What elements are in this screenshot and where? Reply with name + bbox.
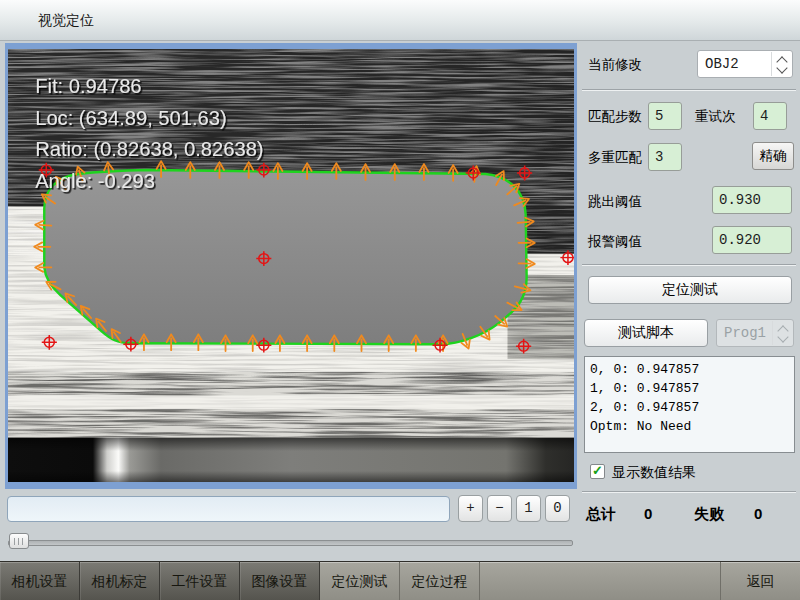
control-panel: 当前修改 OBJ2 匹配步数 重试次 多重匹配 精确 跳出阈值 报警阈值 定位测… xyxy=(580,40,800,561)
match-steps-input[interactable] xyxy=(648,102,682,130)
scale-zero-button[interactable]: 0 xyxy=(545,495,570,522)
tab-camera-settings[interactable]: 相机设置 xyxy=(0,562,80,600)
match-steps-label: 匹配步数 xyxy=(588,108,642,126)
results-box: 0, 0: 0.947857 1, 0: 0.947857 2, 0: 0.94… xyxy=(584,356,795,453)
precise-button[interactable]: 精确 xyxy=(752,142,794,170)
multi-match-label: 多重匹配 xyxy=(588,149,642,167)
divider xyxy=(582,89,796,91)
spinner-arrows-icon xyxy=(772,321,793,345)
image-scroll-handle[interactable] xyxy=(9,533,29,549)
window-title: 视觉定位 xyxy=(38,0,94,40)
bottom-tab-bar: 相机设置 相机标定 工件设置 图像设置 定位测试 定位过程 返回 xyxy=(0,561,800,600)
tab-image-settings[interactable]: 图像设置 xyxy=(240,562,320,600)
test-script-button[interactable]: 测试脚本 xyxy=(584,319,708,347)
exit-threshold-label: 跳出阈值 xyxy=(588,193,642,211)
overlay-loc: Loc: (634.89, 501.63) xyxy=(35,107,226,129)
show-numeric-checkbox[interactable]: ✓ xyxy=(590,464,605,479)
zoom-in-button[interactable]: + xyxy=(458,495,483,522)
scale-one-button[interactable]: 1 xyxy=(516,495,541,522)
program-value: Prog1 xyxy=(724,320,766,346)
result-line: 2, 0: 0.947857 xyxy=(590,398,789,417)
fail-label: 失败 xyxy=(694,505,724,524)
image-scroll-track[interactable] xyxy=(8,540,573,546)
matched-part-outline xyxy=(44,170,526,344)
tab-camera-calibration[interactable]: 相机标定 xyxy=(80,562,160,600)
message-input[interactable] xyxy=(7,496,450,522)
retry-label: 重试次 xyxy=(695,108,736,126)
retry-input[interactable] xyxy=(753,102,787,130)
tab-workpiece-settings[interactable]: 工件设置 xyxy=(160,562,240,600)
result-line: 0, 0: 0.947857 xyxy=(590,360,789,379)
exit-threshold-input[interactable] xyxy=(712,186,792,214)
tab-locate-process[interactable]: 定位过程 xyxy=(400,562,480,600)
alarm-threshold-input[interactable] xyxy=(712,226,792,254)
alarm-threshold-label: 报警阈值 xyxy=(588,233,642,251)
title-bar: 视觉定位 xyxy=(0,0,800,41)
overlay-angle: Angle: -0.293 xyxy=(35,170,155,192)
divider xyxy=(582,264,796,266)
total-value: 0 xyxy=(644,505,652,522)
total-label: 总计 xyxy=(586,505,616,524)
fail-value: 0 xyxy=(754,505,762,522)
back-button[interactable]: 返回 xyxy=(720,562,800,600)
current-object-select[interactable]: OBJ2 xyxy=(697,50,793,78)
overlay-fit: Fit: 0.94786 xyxy=(35,75,141,97)
multi-match-input[interactable] xyxy=(648,143,682,171)
vision-locate-window: 视觉定位 xyxy=(0,0,800,600)
zoom-out-button[interactable]: − xyxy=(487,495,512,522)
spinner-arrows-icon[interactable] xyxy=(771,52,792,76)
camera-view-frame: Fit: 0.94786 Loc: (634.89, 501.63) Ratio… xyxy=(5,43,577,489)
current-object-value: OBJ2 xyxy=(705,51,739,77)
result-line: Optm: No Need xyxy=(590,417,789,436)
overlay-ratio: Ratio: (0.82638, 0.82638) xyxy=(35,138,263,160)
show-numeric-label: 显示数值结果 xyxy=(612,464,696,482)
current-edit-label: 当前修改 xyxy=(588,56,642,74)
camera-image: Fit: 0.94786 Loc: (634.89, 501.63) Ratio… xyxy=(8,49,574,482)
locate-test-button[interactable]: 定位测试 xyxy=(588,276,792,304)
program-select[interactable]: Prog1 xyxy=(716,319,794,347)
tab-locate-test[interactable]: 定位测试 xyxy=(320,562,400,600)
result-line: 1, 0: 0.947857 xyxy=(590,379,789,398)
divider xyxy=(582,491,796,493)
